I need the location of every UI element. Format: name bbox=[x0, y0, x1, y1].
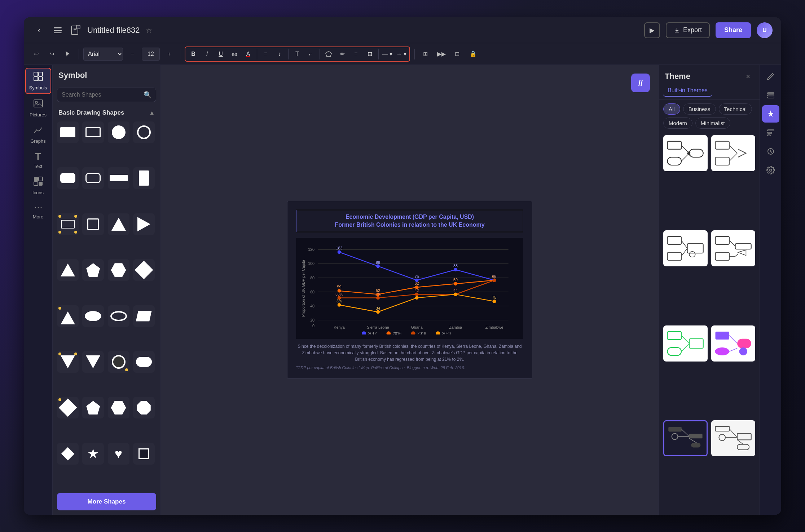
theme-card-4[interactable] bbox=[711, 230, 756, 266]
shape-ellipse-o[interactable] bbox=[108, 305, 129, 327]
filter-business[interactable]: Business bbox=[683, 103, 716, 115]
sidebar-item-more[interactable]: ⋯ More bbox=[25, 200, 51, 222]
shape-hex-2[interactable] bbox=[108, 397, 129, 418]
shape-small-diamond[interactable] bbox=[57, 443, 79, 465]
tab-built-in-themes[interactable]: Built-in Themes bbox=[663, 85, 712, 97]
filter-all[interactable]: All bbox=[663, 103, 680, 115]
section-collapse-icon[interactable]: ▲ bbox=[149, 110, 155, 116]
back-button[interactable]: ‹ bbox=[32, 24, 45, 37]
more-shapes-button[interactable]: More Shapes bbox=[57, 493, 156, 510]
shape-ellipse[interactable] bbox=[82, 305, 104, 327]
search-input[interactable] bbox=[62, 92, 141, 98]
text-tool-button[interactable]: T bbox=[291, 48, 304, 60]
svg-text:2020: 2020 bbox=[442, 331, 451, 334]
lock-btn[interactable]: 🔒 bbox=[467, 48, 480, 61]
sidebar-item-graphs[interactable]: Graphs bbox=[25, 122, 51, 147]
shape-diamond[interactable] bbox=[133, 259, 155, 281]
shape-heart[interactable]: ♥ bbox=[108, 443, 129, 465]
shape-triangle-up[interactable] bbox=[108, 213, 129, 235]
font-size-minus[interactable]: − bbox=[126, 48, 139, 61]
animate-btn[interactable]: ▶▶ bbox=[435, 48, 448, 61]
theme-card-5[interactable] bbox=[663, 325, 708, 362]
shape-tri-down-dot[interactable] bbox=[57, 351, 79, 373]
shape-penta-2[interactable] bbox=[82, 397, 104, 418]
align-button[interactable]: ≡ bbox=[259, 48, 272, 60]
settings-icon[interactable] bbox=[762, 161, 779, 179]
shape-pentagon[interactable] bbox=[82, 259, 104, 281]
theme-card-2[interactable] bbox=[711, 135, 756, 171]
polygon-tool[interactable] bbox=[322, 48, 335, 60]
svg-rect-120 bbox=[689, 434, 703, 439]
strikethrough-button[interactable]: ab bbox=[228, 48, 241, 60]
underline-button[interactable]: U bbox=[214, 48, 227, 60]
shape-circle[interactable] bbox=[108, 121, 129, 143]
search-box[interactable]: 🔍 bbox=[57, 88, 156, 102]
shape-rect-rnd[interactable] bbox=[133, 351, 155, 373]
shape-filled-rect[interactable] bbox=[57, 121, 79, 143]
path-tool[interactable]: ⌐ bbox=[304, 48, 317, 60]
shape-rect-dots[interactable] bbox=[57, 213, 79, 235]
shape-hexagon[interactable] bbox=[108, 259, 129, 281]
play-button[interactable]: ▶ bbox=[644, 22, 660, 38]
svg-line-109 bbox=[681, 343, 689, 351]
shape-circle-outline[interactable] bbox=[133, 121, 155, 143]
line-style-btn[interactable]: — ▾ bbox=[381, 48, 394, 60]
format-icon[interactable] bbox=[762, 124, 779, 141]
shape-rounded-rect-outline[interactable] bbox=[82, 167, 104, 189]
shape-small-sq[interactable] bbox=[133, 443, 155, 465]
shape-rounded-rect[interactable] bbox=[57, 167, 79, 189]
shape-star[interactable]: ★ bbox=[82, 443, 104, 465]
arrow-btn[interactable]: → ▾ bbox=[395, 48, 408, 60]
shape-parallelogram[interactable] bbox=[133, 305, 155, 327]
canvas-area[interactable]: // Economic Development (GDP per Capita,… bbox=[161, 65, 659, 515]
lines-tool[interactable]: ≡ bbox=[349, 48, 362, 60]
filter-minimalist[interactable]: Minimalist bbox=[695, 118, 730, 129]
cursor-tool[interactable] bbox=[61, 48, 74, 61]
shape-tri-down[interactable] bbox=[82, 351, 104, 373]
draw-tool-icon[interactable] bbox=[762, 68, 779, 85]
shape-triangle-f[interactable] bbox=[57, 259, 79, 281]
shape-tri-dot[interactable] bbox=[57, 305, 79, 327]
theme-card-1[interactable] bbox=[663, 135, 708, 171]
font-selector[interactable]: Arial bbox=[83, 48, 123, 61]
close-theme-panel-button[interactable]: × bbox=[742, 71, 754, 82]
history-icon[interactable] bbox=[762, 143, 779, 160]
shape-wide-rect[interactable] bbox=[108, 167, 129, 189]
svg-rect-129 bbox=[737, 444, 749, 450]
theme-icon[interactable] bbox=[762, 105, 779, 123]
font-size-plus[interactable]: + bbox=[163, 48, 176, 61]
sidebar-item-icons[interactable]: Icons bbox=[25, 173, 51, 198]
crop-btn[interactable]: ⊡ bbox=[451, 48, 464, 61]
shape-oct[interactable] bbox=[133, 397, 155, 418]
undo-button[interactable]: ↩ bbox=[30, 48, 43, 61]
grid-tool[interactable]: ⊞ bbox=[363, 48, 376, 60]
shape-triangle-r[interactable] bbox=[133, 213, 155, 235]
filter-modern[interactable]: Modern bbox=[663, 118, 692, 129]
redo-button[interactable]: ↪ bbox=[45, 48, 58, 61]
sidebar-item-pictures[interactable]: Pictures bbox=[25, 96, 51, 120]
theme-card-3[interactable] bbox=[663, 230, 708, 266]
menu-button[interactable] bbox=[51, 24, 64, 37]
share-button[interactable]: Share bbox=[716, 22, 751, 38]
bold-button[interactable]: B bbox=[187, 48, 200, 60]
shape-rect-outline[interactable] bbox=[82, 121, 104, 143]
shape-circ-ring-dot[interactable] bbox=[108, 351, 129, 373]
line-spacing-button[interactable]: ↕ bbox=[273, 48, 286, 60]
layers-icon[interactable] bbox=[762, 87, 779, 104]
svg-rect-8 bbox=[39, 72, 43, 76]
theme-card-8[interactable] bbox=[711, 420, 756, 456]
filter-technical[interactable]: Technical bbox=[719, 103, 752, 115]
export-button[interactable]: Export bbox=[666, 22, 710, 38]
pencil-tool[interactable]: ✏ bbox=[336, 48, 349, 60]
italic-button[interactable]: I bbox=[201, 48, 214, 60]
shape-diamond-2[interactable] bbox=[57, 397, 79, 418]
shape-square-outline[interactable] bbox=[82, 213, 104, 235]
shape-tall-rect[interactable] bbox=[133, 167, 155, 189]
theme-card-7[interactable] bbox=[663, 420, 708, 456]
sidebar-item-symbols[interactable]: Symbols bbox=[25, 68, 51, 94]
theme-card-6[interactable] bbox=[711, 325, 756, 362]
font-color-button[interactable]: A bbox=[242, 48, 255, 60]
arrange-btn[interactable]: ⊞ bbox=[419, 48, 432, 61]
sidebar-item-text[interactable]: T Text bbox=[25, 148, 51, 172]
favorite-icon[interactable]: ☆ bbox=[146, 26, 152, 35]
